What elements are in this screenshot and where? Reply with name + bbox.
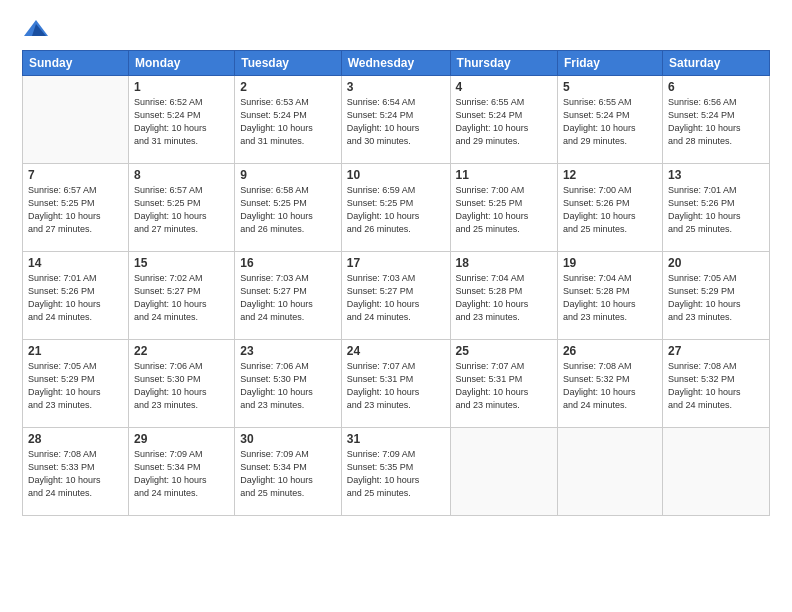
calendar-cell: 24Sunrise: 7:07 AMSunset: 5:31 PMDayligh… — [341, 340, 450, 428]
day-number: 23 — [240, 344, 336, 358]
day-info: Sunrise: 7:05 AMSunset: 5:29 PMDaylight:… — [28, 360, 123, 412]
calendar-cell: 8Sunrise: 6:57 AMSunset: 5:25 PMDaylight… — [128, 164, 234, 252]
day-number: 5 — [563, 80, 657, 94]
calendar-cell: 5Sunrise: 6:55 AMSunset: 5:24 PMDaylight… — [557, 76, 662, 164]
calendar-cell: 11Sunrise: 7:00 AMSunset: 5:25 PMDayligh… — [450, 164, 557, 252]
header-area — [22, 18, 770, 40]
calendar-cell: 10Sunrise: 6:59 AMSunset: 5:25 PMDayligh… — [341, 164, 450, 252]
day-number: 28 — [28, 432, 123, 446]
day-number: 12 — [563, 168, 657, 182]
calendar-cell: 27Sunrise: 7:08 AMSunset: 5:32 PMDayligh… — [662, 340, 769, 428]
day-number: 27 — [668, 344, 764, 358]
calendar-cell: 30Sunrise: 7:09 AMSunset: 5:34 PMDayligh… — [235, 428, 342, 516]
day-info: Sunrise: 7:07 AMSunset: 5:31 PMDaylight:… — [456, 360, 552, 412]
calendar-cell: 1Sunrise: 6:52 AMSunset: 5:24 PMDaylight… — [128, 76, 234, 164]
page: SundayMondayTuesdayWednesdayThursdayFrid… — [0, 0, 792, 612]
day-number: 2 — [240, 80, 336, 94]
day-info: Sunrise: 7:09 AMSunset: 5:35 PMDaylight:… — [347, 448, 445, 500]
day-info: Sunrise: 7:04 AMSunset: 5:28 PMDaylight:… — [456, 272, 552, 324]
day-number: 15 — [134, 256, 229, 270]
calendar-cell: 14Sunrise: 7:01 AMSunset: 5:26 PMDayligh… — [23, 252, 129, 340]
day-info: Sunrise: 6:53 AMSunset: 5:24 PMDaylight:… — [240, 96, 336, 148]
day-info: Sunrise: 7:01 AMSunset: 5:26 PMDaylight:… — [668, 184, 764, 236]
calendar-cell: 17Sunrise: 7:03 AMSunset: 5:27 PMDayligh… — [341, 252, 450, 340]
calendar-cell: 13Sunrise: 7:01 AMSunset: 5:26 PMDayligh… — [662, 164, 769, 252]
day-info: Sunrise: 7:09 AMSunset: 5:34 PMDaylight:… — [134, 448, 229, 500]
calendar-cell — [450, 428, 557, 516]
day-number: 1 — [134, 80, 229, 94]
day-info: Sunrise: 7:00 AMSunset: 5:25 PMDaylight:… — [456, 184, 552, 236]
day-info: Sunrise: 6:57 AMSunset: 5:25 PMDaylight:… — [134, 184, 229, 236]
day-number: 30 — [240, 432, 336, 446]
calendar-header-monday: Monday — [128, 51, 234, 76]
logo — [22, 18, 54, 40]
day-number: 8 — [134, 168, 229, 182]
day-number: 20 — [668, 256, 764, 270]
calendar-header-sunday: Sunday — [23, 51, 129, 76]
calendar-cell: 6Sunrise: 6:56 AMSunset: 5:24 PMDaylight… — [662, 76, 769, 164]
calendar-cell: 23Sunrise: 7:06 AMSunset: 5:30 PMDayligh… — [235, 340, 342, 428]
calendar-week-5: 28Sunrise: 7:08 AMSunset: 5:33 PMDayligh… — [23, 428, 770, 516]
day-info: Sunrise: 7:06 AMSunset: 5:30 PMDaylight:… — [134, 360, 229, 412]
day-info: Sunrise: 6:57 AMSunset: 5:25 PMDaylight:… — [28, 184, 123, 236]
day-info: Sunrise: 7:03 AMSunset: 5:27 PMDaylight:… — [240, 272, 336, 324]
day-info: Sunrise: 7:04 AMSunset: 5:28 PMDaylight:… — [563, 272, 657, 324]
calendar-cell: 15Sunrise: 7:02 AMSunset: 5:27 PMDayligh… — [128, 252, 234, 340]
calendar-cell: 19Sunrise: 7:04 AMSunset: 5:28 PMDayligh… — [557, 252, 662, 340]
day-number: 7 — [28, 168, 123, 182]
calendar-week-3: 14Sunrise: 7:01 AMSunset: 5:26 PMDayligh… — [23, 252, 770, 340]
calendar-cell: 4Sunrise: 6:55 AMSunset: 5:24 PMDaylight… — [450, 76, 557, 164]
calendar-week-4: 21Sunrise: 7:05 AMSunset: 5:29 PMDayligh… — [23, 340, 770, 428]
day-number: 31 — [347, 432, 445, 446]
day-number: 25 — [456, 344, 552, 358]
day-info: Sunrise: 7:06 AMSunset: 5:30 PMDaylight:… — [240, 360, 336, 412]
day-number: 29 — [134, 432, 229, 446]
calendar-cell: 9Sunrise: 6:58 AMSunset: 5:25 PMDaylight… — [235, 164, 342, 252]
day-number: 9 — [240, 168, 336, 182]
day-number: 18 — [456, 256, 552, 270]
day-number: 22 — [134, 344, 229, 358]
day-info: Sunrise: 7:08 AMSunset: 5:32 PMDaylight:… — [563, 360, 657, 412]
calendar-cell — [23, 76, 129, 164]
calendar-header-row: SundayMondayTuesdayWednesdayThursdayFrid… — [23, 51, 770, 76]
day-info: Sunrise: 6:54 AMSunset: 5:24 PMDaylight:… — [347, 96, 445, 148]
calendar-cell: 25Sunrise: 7:07 AMSunset: 5:31 PMDayligh… — [450, 340, 557, 428]
calendar-cell: 26Sunrise: 7:08 AMSunset: 5:32 PMDayligh… — [557, 340, 662, 428]
day-number: 17 — [347, 256, 445, 270]
day-number: 13 — [668, 168, 764, 182]
day-number: 4 — [456, 80, 552, 94]
day-number: 21 — [28, 344, 123, 358]
calendar-cell: 18Sunrise: 7:04 AMSunset: 5:28 PMDayligh… — [450, 252, 557, 340]
day-info: Sunrise: 6:59 AMSunset: 5:25 PMDaylight:… — [347, 184, 445, 236]
calendar-cell — [662, 428, 769, 516]
calendar-cell: 20Sunrise: 7:05 AMSunset: 5:29 PMDayligh… — [662, 252, 769, 340]
day-number: 14 — [28, 256, 123, 270]
calendar-cell: 16Sunrise: 7:03 AMSunset: 5:27 PMDayligh… — [235, 252, 342, 340]
calendar-header-wednesday: Wednesday — [341, 51, 450, 76]
day-number: 19 — [563, 256, 657, 270]
day-info: Sunrise: 7:08 AMSunset: 5:33 PMDaylight:… — [28, 448, 123, 500]
day-number: 6 — [668, 80, 764, 94]
calendar-week-1: 1Sunrise: 6:52 AMSunset: 5:24 PMDaylight… — [23, 76, 770, 164]
day-info: Sunrise: 6:56 AMSunset: 5:24 PMDaylight:… — [668, 96, 764, 148]
calendar-header-tuesday: Tuesday — [235, 51, 342, 76]
day-number: 3 — [347, 80, 445, 94]
day-info: Sunrise: 6:52 AMSunset: 5:24 PMDaylight:… — [134, 96, 229, 148]
calendar-header-saturday: Saturday — [662, 51, 769, 76]
calendar-cell: 22Sunrise: 7:06 AMSunset: 5:30 PMDayligh… — [128, 340, 234, 428]
calendar-cell: 7Sunrise: 6:57 AMSunset: 5:25 PMDaylight… — [23, 164, 129, 252]
calendar-cell: 28Sunrise: 7:08 AMSunset: 5:33 PMDayligh… — [23, 428, 129, 516]
calendar-cell: 12Sunrise: 7:00 AMSunset: 5:26 PMDayligh… — [557, 164, 662, 252]
day-info: Sunrise: 7:02 AMSunset: 5:27 PMDaylight:… — [134, 272, 229, 324]
day-info: Sunrise: 7:05 AMSunset: 5:29 PMDaylight:… — [668, 272, 764, 324]
day-info: Sunrise: 6:55 AMSunset: 5:24 PMDaylight:… — [563, 96, 657, 148]
day-info: Sunrise: 6:58 AMSunset: 5:25 PMDaylight:… — [240, 184, 336, 236]
calendar-cell: 3Sunrise: 6:54 AMSunset: 5:24 PMDaylight… — [341, 76, 450, 164]
calendar-cell: 29Sunrise: 7:09 AMSunset: 5:34 PMDayligh… — [128, 428, 234, 516]
day-info: Sunrise: 7:00 AMSunset: 5:26 PMDaylight:… — [563, 184, 657, 236]
logo-icon — [22, 18, 50, 40]
calendar-header-thursday: Thursday — [450, 51, 557, 76]
day-number: 26 — [563, 344, 657, 358]
day-number: 10 — [347, 168, 445, 182]
day-info: Sunrise: 7:03 AMSunset: 5:27 PMDaylight:… — [347, 272, 445, 324]
